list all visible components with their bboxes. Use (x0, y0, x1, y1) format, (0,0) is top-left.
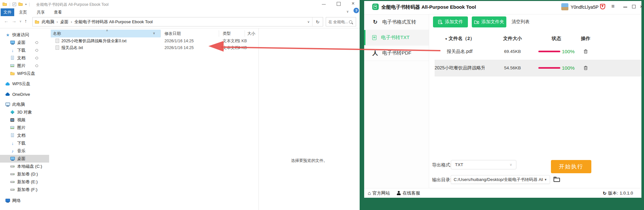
sidebar-item-desktop-selected[interactable]: 桌面 (0, 155, 49, 163)
progress: 100% (540, 49, 573, 55)
nav-item-ebook-to-txt[interactable]: 电子书转TXT (364, 30, 429, 45)
ribbon-collapse-icon[interactable]: ∨ (346, 10, 349, 13)
refresh-icon[interactable]: ↻ (316, 19, 320, 25)
sidebar-item-music[interactable]: ♪音乐 (0, 147, 49, 155)
filter-dropdown-icon[interactable]: ∨ (153, 31, 155, 35)
divider: | (29, 2, 30, 6)
divider: | (9, 2, 10, 6)
minimize-button[interactable] (322, 4, 326, 5)
column-divider[interactable] (219, 30, 219, 37)
folder-icon (10, 71, 15, 76)
column-divider[interactable] (245, 30, 245, 37)
file-list-header: 名称 ∧ ∨ 修改日期 类型 大小 (0, 30, 271, 37)
sidebar-item-3d-objects[interactable]: 3D 对象 (0, 108, 49, 116)
up-button[interactable]: ↑ (25, 18, 27, 23)
vip-badge-icon (600, 4, 605, 9)
menu-button[interactable]: ≡ (611, 3, 615, 10)
cube-icon (10, 110, 15, 115)
nav-item-ebook-to-pdf[interactable]: 人 电子书转PDF (364, 45, 429, 61)
open-folder-button[interactable] (554, 177, 561, 182)
file-row[interactable]: 2025小吃餐饮品牌战略升级全案0.txt 2026/1/16 14:25 文本… (0, 38, 259, 45)
tab-view[interactable]: 查看 (51, 8, 64, 16)
sidebar-item-wps-folder[interactable]: WPS云盘 (0, 70, 49, 77)
sort-descending-icon: ▼ (445, 37, 448, 41)
close-button[interactable]: × (640, 4, 643, 10)
app-logo-icon (372, 4, 379, 10)
output-dir-label: 输出目录: (432, 177, 451, 183)
update-icon[interactable]: ↻ (603, 191, 607, 196)
sidebar-item-videos[interactable]: 视频 (0, 116, 49, 124)
minimize-button[interactable] (623, 7, 627, 7)
picture-icon (10, 63, 15, 68)
tab-file[interactable]: 文件 (1, 8, 14, 16)
document-icon (10, 55, 15, 61)
file-row[interactable]: 报关品名.txt 2026/1/16 14:25 文本文档 4 KB (0, 45, 259, 51)
tab-share[interactable]: 共享 (34, 8, 47, 16)
column-filename[interactable]: ▼文件名（2） (435, 35, 485, 42)
column-header-modified[interactable]: 修改日期 (164, 30, 181, 37)
computer-icon (5, 102, 10, 107)
chevron-down-icon: ▼ (544, 178, 547, 181)
sidebar-item-wps-cloud[interactable]: WPS云盘 (0, 80, 49, 88)
tab-home[interactable]: 主页 (16, 8, 29, 16)
toolbar-more-icon[interactable]: ▾ (25, 3, 26, 6)
nav-item-format-convert[interactable]: ↻ 电子书格式互转 (364, 15, 429, 30)
official-site-link[interactable]: ⌂官方网站 (368, 188, 390, 198)
clear-list-button[interactable]: 清空列表 (512, 16, 530, 27)
delete-icon[interactable] (583, 49, 588, 54)
search-input[interactable] (326, 19, 349, 25)
sidebar-item-drive-d[interactable]: 新加卷 (D:) (0, 170, 49, 178)
breadcrumb-desktop[interactable]: 桌面 (60, 19, 69, 25)
checkmark-icon[interactable]: ✓ (13, 3, 16, 6)
txt-document-icon (372, 35, 377, 40)
maximize-button[interactable] (632, 5, 636, 8)
history-dropdown-icon[interactable]: ∨ (19, 20, 22, 23)
sidebar-item-onedrive[interactable]: OneDrive (0, 90, 49, 98)
preview-pane: 选择要预览的文件。 (259, 28, 360, 210)
sidebar-item-pictures-pinned[interactable]: 图片 (0, 62, 49, 70)
pin-icon (35, 64, 38, 67)
sidebar-item-this-pc[interactable]: 此电脑 (0, 101, 49, 108)
sidebar-item-drive-c[interactable]: 本地磁盘 (C:) (0, 163, 49, 170)
sidebar-item-drive-f[interactable]: 新加卷 (F:) (0, 186, 49, 194)
breadcrumb-this-pc[interactable]: 此电脑 (42, 19, 54, 25)
output-dir-select[interactable]: C:/Users/huibang/Desktop/全能电子书转码器 All-Pu… (451, 175, 550, 184)
sync-icon: ↻ (372, 19, 378, 25)
folder-icon (35, 19, 40, 25)
username[interactable]: Y0ndfcLlya5P (571, 5, 598, 10)
export-format-select[interactable]: TXT ∨ (451, 160, 516, 169)
column-filesize: 文件大小 (485, 35, 540, 42)
forward-button[interactable]: → (12, 18, 16, 23)
folder-icon[interactable] (18, 2, 23, 6)
sidebar-item-drive-e[interactable]: 新加卷 (E:) (0, 178, 49, 186)
maximize-button[interactable] (337, 2, 341, 6)
breadcrumb-current-folder[interactable]: 全能电子书转码器 All-Purpose Ebook Tool (74, 19, 153, 25)
column-divider[interactable] (161, 30, 161, 37)
drive-icon (10, 172, 15, 177)
text-file-icon (56, 45, 59, 50)
avatar[interactable] (561, 3, 568, 10)
address-dropdown-icon[interactable]: ∨ (307, 20, 310, 24)
column-header-size[interactable]: 大小 (228, 30, 255, 37)
column-header-name[interactable]: 名称 (51, 30, 161, 37)
breadcrumb-sep-icon: › (57, 20, 58, 24)
file-explorer-window: | ✓ ▾ | 全能电子书转码器 All-Purpose Ebook Tool … (0, 0, 360, 210)
start-button[interactable]: 开始执行 (551, 160, 591, 173)
address-bar[interactable]: 此电脑 › 桌面 › 全能电子书转码器 All-Purpose Ebook To… (32, 17, 323, 26)
sidebar-item-pictures[interactable]: 图片 (0, 124, 49, 132)
online-support-link[interactable]: 在线客服 (396, 188, 420, 198)
divider (312, 17, 312, 26)
sidebar-item-network[interactable]: 网络 (0, 197, 49, 205)
search-box[interactable] (326, 17, 356, 26)
add-folder-button[interactable]: 添加文件夹 (472, 16, 506, 27)
sidebar-item-documents-pinned[interactable]: 文档 (0, 54, 49, 62)
sidebar-item-documents[interactable]: 文档 (0, 132, 49, 139)
drive-icon (10, 187, 15, 192)
add-file-button[interactable]: 添加文件 (433, 16, 468, 27)
sidebar-item-downloads[interactable]: ↓下载 (0, 139, 49, 147)
search-icon[interactable] (349, 20, 352, 24)
delete-icon[interactable] (583, 65, 588, 71)
help-button[interactable]: ? (354, 8, 359, 13)
close-button[interactable]: × (352, 1, 354, 6)
back-button[interactable]: ← (4, 18, 9, 23)
